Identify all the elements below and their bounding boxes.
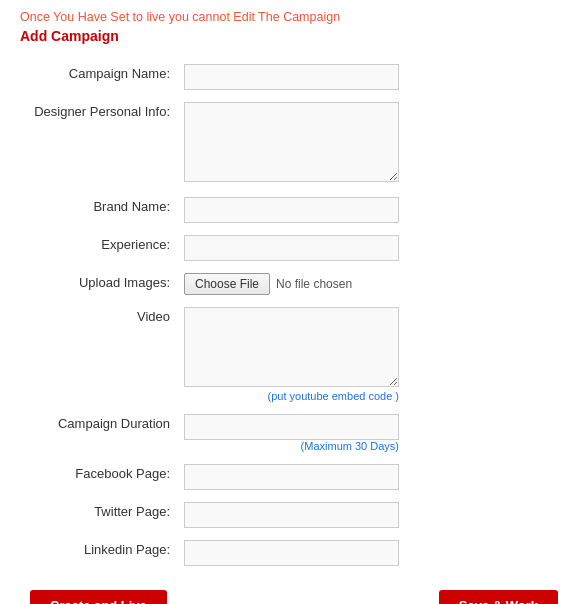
create-and-live-button[interactable]: Create and Live [30,590,167,604]
video-textarea[interactable] [184,307,399,387]
experience-row: Experience: [20,229,568,267]
experience-cell [180,229,568,267]
twitter-input[interactable] [184,502,399,528]
experience-input[interactable] [184,235,399,261]
twitter-cell [180,496,568,534]
video-hint: (put youtube embed code ) [184,390,399,402]
save-and-work-button[interactable]: Save & Work [439,590,558,604]
video-label: Video [20,301,180,408]
brand-name-label: Brand Name: [20,191,180,229]
campaign-name-input[interactable] [184,64,399,90]
brand-name-row: Brand Name: [20,191,568,229]
brand-name-input[interactable] [184,197,399,223]
experience-label: Experience: [20,229,180,267]
campaign-name-cell [180,58,568,96]
twitter-row: Twitter Page: [20,496,568,534]
campaign-duration-cell: (Maximum 30 Days) [180,408,568,458]
designer-info-row: Designer Personal Info: [20,96,568,191]
video-row: Video (put youtube embed code ) [20,301,568,408]
campaign-duration-input[interactable] [184,414,399,440]
facebook-row: Facebook Page: [20,458,568,496]
facebook-cell [180,458,568,496]
choose-file-button[interactable]: Choose File [184,273,270,295]
campaign-duration-hint: (Maximum 30 Days) [184,440,399,452]
facebook-label: Facebook Page: [20,458,180,496]
upload-images-cell: Choose File No file chosen [180,267,568,301]
facebook-input[interactable] [184,464,399,490]
upload-images-row: Upload Images: Choose File No file chose… [20,267,568,301]
linkedin-row: Linkedin Page: [20,534,568,572]
campaign-name-row: Campaign Name: [20,58,568,96]
linkedin-input[interactable] [184,540,399,566]
page-title: Add Campaign [20,28,568,44]
campaign-duration-label: Campaign Duration [20,408,180,458]
buttons-row: Create and Live Save & Work [20,590,568,604]
no-file-text: No file chosen [276,277,352,291]
linkedin-label: Linkedin Page: [20,534,180,572]
upload-images-label: Upload Images: [20,267,180,301]
video-cell: (put youtube embed code ) [180,301,568,408]
designer-info-label: Designer Personal Info: [20,96,180,191]
designer-info-textarea[interactable] [184,102,399,182]
designer-info-cell [180,96,568,191]
campaign-name-label: Campaign Name: [20,58,180,96]
linkedin-cell [180,534,568,572]
brand-name-cell [180,191,568,229]
campaign-duration-row: Campaign Duration (Maximum 30 Days) [20,408,568,458]
file-upload-wrapper: Choose File No file chosen [184,273,564,295]
twitter-label: Twitter Page: [20,496,180,534]
campaign-form: Campaign Name: Designer Personal Info: B… [20,58,568,572]
notice-text: Once You Have Set to live you cannot Edi… [20,10,568,24]
